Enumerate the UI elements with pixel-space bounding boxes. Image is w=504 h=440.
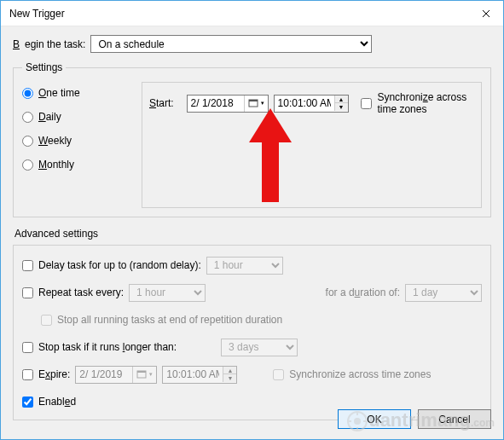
settings-fieldset: Settings One time Daily Weekly Monthly S… — [13, 61, 491, 217]
expire-time-spinner: ▲▼ — [223, 367, 236, 382]
titlebar: New Trigger — [1, 1, 503, 26]
expire-calendar-button: ▾ — [132, 367, 156, 383]
annotation-arrow — [245, 108, 296, 202]
start-time-picker[interactable]: ▲▼ — [274, 95, 349, 113]
repeat-checkbox[interactable] — [22, 287, 33, 298]
begin-task-row: Begin the task: On a schedule — [13, 35, 491, 53]
radio-monthly[interactable] — [22, 159, 33, 171]
window-title: New Trigger — [9, 8, 469, 20]
radio-daily[interactable] — [22, 112, 33, 123]
frequency-radios: One time Daily Weekly Monthly — [22, 82, 142, 208]
time-spinner[interactable]: ▲▼ — [334, 96, 348, 111]
spin-up-icon[interactable]: ▲ — [335, 96, 348, 103]
stop-if-checkbox[interactable] — [22, 342, 33, 353]
radio-one-time-label: One time — [38, 87, 80, 99]
expire-date-field — [76, 367, 132, 383]
dialog-footer: OK Cancel — [338, 409, 491, 429]
expire-sync-label: Synchronize across time zones — [289, 368, 431, 380]
stop-if-label: Stop task if it runs longer than: — [38, 341, 177, 353]
repeat-label: Repeat task every: — [38, 287, 124, 298]
expire-time-picker: ▲▼ — [162, 366, 237, 384]
start-time-field[interactable] — [275, 96, 334, 112]
duration-select: 1 day — [405, 284, 482, 302]
ok-button[interactable]: OK — [338, 409, 411, 429]
stop-if-select: 3 days — [221, 339, 298, 356]
cancel-button[interactable]: Cancel — [418, 409, 491, 429]
expire-sync-checkbox — [273, 369, 284, 380]
settings-legend: Settings — [22, 61, 66, 73]
start-label: Start: — [149, 97, 174, 109]
radio-daily-label: Daily — [38, 111, 61, 123]
spin-down-icon: ▼ — [223, 374, 236, 382]
advanced-settings-box: Delay task for up to (random delay): 1 h… — [13, 245, 491, 420]
expire-checkbox[interactable] — [22, 369, 33, 380]
stop-all-checkbox — [41, 315, 52, 326]
delay-select: 1 hour — [206, 257, 283, 275]
spin-up-icon: ▲ — [223, 367, 236, 374]
expire-time-field — [163, 367, 223, 383]
delay-checkbox[interactable] — [22, 260, 33, 271]
svg-rect-1 — [249, 100, 258, 101]
enabled-label: Enabled — [38, 396, 76, 408]
enabled-checkbox[interactable] — [22, 397, 33, 408]
expire-date-picker: ▾ — [75, 366, 157, 384]
start-panel: Start: ▾ ▲▼ — [142, 82, 482, 208]
close-button[interactable] — [469, 1, 503, 26]
content-area: Begin the task: On a schedule Settings O… — [1, 26, 503, 429]
stop-all-label: Stop all running tasks at end of repetit… — [57, 314, 282, 326]
radio-weekly[interactable] — [22, 136, 33, 147]
radio-one-time[interactable] — [22, 88, 33, 99]
sync-timezone-label: Synchronize across time zones — [377, 91, 474, 115]
begin-task-label: Begin the task: — [13, 38, 85, 50]
calendar-dropdown-button[interactable]: ▾ — [244, 96, 268, 112]
start-date-field[interactable] — [188, 96, 244, 112]
begin-task-select[interactable]: On a schedule — [90, 35, 372, 53]
expire-label: Expire: — [38, 368, 70, 380]
radio-weekly-label: Weekly — [38, 135, 72, 147]
calendar-icon — [248, 98, 260, 108]
calendar-icon — [136, 369, 148, 379]
radio-monthly-label: Monthly — [38, 159, 74, 171]
duration-label: for a duration of: — [326, 287, 400, 298]
sync-timezone-checkbox[interactable] — [361, 98, 372, 109]
svg-rect-4 — [137, 371, 146, 373]
delay-label: Delay task for up to (random delay): — [38, 259, 201, 271]
svg-marker-2 — [249, 108, 292, 202]
dialog-window: New Trigger Begin the task: On a schedul… — [0, 0, 504, 440]
spin-down-icon[interactable]: ▼ — [335, 103, 348, 111]
close-icon — [482, 9, 490, 18]
repeat-interval-select: 1 hour — [129, 284, 206, 302]
advanced-settings-title: Advanced settings — [14, 228, 491, 240]
start-date-picker[interactable]: ▾ — [187, 95, 269, 113]
